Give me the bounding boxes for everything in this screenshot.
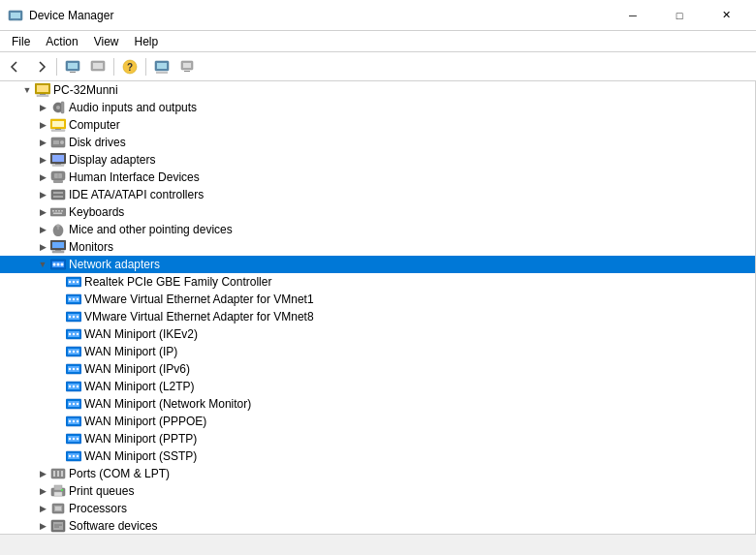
hid-label: Human Interface Devices <box>69 170 200 184</box>
tree-mice[interactable]: ▶ Mice and other pointing devices <box>0 221 755 238</box>
tree-wan-sstp[interactable]: ▶ WAN Miniport (SSTP) <box>0 447 755 465</box>
toolbar-computer[interactable] <box>61 56 84 77</box>
hid-expand[interactable]: ▶ <box>35 170 50 185</box>
status-bar <box>0 534 756 555</box>
tree-wan-ip[interactable]: ▶ WAN Miniport (IP) <box>0 343 755 360</box>
toolbar-help[interactable]: ? <box>118 56 142 77</box>
toolbar-back[interactable] <box>4 56 27 77</box>
svg-rect-43 <box>55 210 57 212</box>
tree-wan-pptp[interactable]: ▶ WAN Miniport (PPTP) <box>0 430 755 447</box>
tree-processors[interactable]: ▶ Processors <box>0 500 755 517</box>
svg-rect-41 <box>50 208 66 216</box>
audio-icon <box>50 100 66 115</box>
svg-rect-45 <box>61 210 63 212</box>
menu-file[interactable]: File <box>4 33 38 50</box>
proc-label: Processors <box>69 502 127 515</box>
menu-help[interactable]: Help <box>127 33 167 50</box>
svg-point-73 <box>77 316 79 318</box>
svg-rect-115 <box>53 471 55 477</box>
tree-keyboard[interactable]: ▶ Keyboards <box>0 203 755 221</box>
window-title: Device Manager <box>29 9 113 22</box>
device-tree[interactable]: ▼ PC-32Munni ▶ <box>0 81 756 534</box>
app-icon <box>8 8 23 23</box>
toolbar-scan[interactable] <box>175 56 199 77</box>
svg-point-108 <box>77 438 79 440</box>
svg-point-67 <box>73 298 75 300</box>
svg-rect-53 <box>52 251 64 253</box>
ports-expand[interactable]: ▶ <box>35 466 50 481</box>
keyboard-expand[interactable]: ▶ <box>35 204 50 220</box>
wan-ipv6-label: WAN Miniport (IPv6) <box>84 362 190 376</box>
svg-rect-1 <box>11 13 20 18</box>
svg-point-81 <box>69 351 71 353</box>
print-icon <box>50 483 66 499</box>
svg-rect-17 <box>37 85 48 92</box>
tree-vmnet1[interactable]: ▶ VMware Virtual Ethernet Adapter for VM… <box>0 291 755 308</box>
vmnet8-icon <box>66 309 81 324</box>
ide-expand[interactable]: ▶ <box>35 187 50 202</box>
software-expand[interactable]: ▶ <box>35 518 50 534</box>
tree-root[interactable]: ▼ PC-32Munni <box>0 81 755 99</box>
tree-realtek[interactable]: ▶ Realtek PCIe GBE Family Controller <box>0 273 755 291</box>
tree-software[interactable]: ▶ Software devices <box>0 517 755 534</box>
tree-audio[interactable]: ▶ Audio inputs and outputs <box>0 99 755 116</box>
root-expand[interactable]: ▼ <box>19 82 35 98</box>
toolbar-forward[interactable] <box>29 56 52 77</box>
tree-wan-netmon[interactable]: ▶ WAN Miniport (Network Monitor) <box>0 395 755 413</box>
tree-wan-pppoe[interactable]: ▶ WAN Miniport (PPPOE) <box>0 413 755 430</box>
monitors-label: Monitors <box>69 240 113 254</box>
svg-point-98 <box>77 403 79 405</box>
disk-expand[interactable]: ▶ <box>35 135 50 150</box>
computer-expand[interactable]: ▶ <box>35 117 50 133</box>
svg-point-21 <box>56 106 60 109</box>
monitors-expand[interactable]: ▶ <box>35 239 50 255</box>
keyboard-label: Keyboards <box>69 205 124 219</box>
tree-disk[interactable]: ▶ Disk drives <box>0 134 755 151</box>
mice-icon <box>50 222 66 237</box>
display-expand[interactable]: ▶ <box>35 152 50 168</box>
wan-ikev2-icon <box>66 326 81 342</box>
svg-rect-117 <box>61 471 63 477</box>
main-content: ▼ PC-32Munni ▶ <box>0 81 756 534</box>
disk-label: Disk drives <box>69 136 126 149</box>
print-expand[interactable]: ▶ <box>35 483 50 499</box>
tree-wan-ipv6[interactable]: ▶ WAN Miniport (IPv6) <box>0 360 755 378</box>
tree-network[interactable]: ▼ Network adapters <box>0 256 755 273</box>
proc-icon <box>50 501 66 516</box>
svg-rect-120 <box>54 492 62 496</box>
wan-pptp-icon <box>66 431 81 447</box>
toolbar-sep2 <box>113 58 114 76</box>
network-expand[interactable]: ▼ <box>35 257 50 272</box>
tree-display[interactable]: ▶ Display adapters <box>0 151 755 169</box>
toolbar-properties[interactable] <box>150 56 173 77</box>
svg-point-91 <box>69 385 71 387</box>
svg-rect-38 <box>51 190 65 200</box>
tree-ide[interactable]: ▶ IDE ATA/ATAPI controllers <box>0 186 755 203</box>
tree-hid[interactable]: ▶ Human Interface Devices <box>0 169 755 186</box>
tree-wan-l2tp[interactable]: ▶ WAN Miniport (L2TP) <box>0 378 755 395</box>
tree-monitors[interactable]: ▶ Monitors <box>0 238 755 256</box>
maximize-button[interactable]: □ <box>657 6 702 25</box>
svg-point-86 <box>69 368 71 370</box>
wan-netmon-label: WAN Miniport (Network Monitor) <box>84 397 251 411</box>
tree-computer[interactable]: ▶ Computer <box>0 116 755 134</box>
minimize-button[interactable]: ─ <box>611 6 655 25</box>
wan-ipv6-icon <box>66 361 81 377</box>
vmnet1-label: VMware Virtual Ethernet Adapter for VMne… <box>84 293 314 306</box>
toolbar-view[interactable] <box>86 56 110 77</box>
tree-print[interactable]: ▶ Print queues <box>0 482 755 500</box>
close-button[interactable]: ✕ <box>704 6 748 25</box>
tree-wan-ikev2[interactable]: ▶ WAN Miniport (IKEv2) <box>0 325 755 343</box>
svg-rect-5 <box>70 72 76 73</box>
svg-rect-51 <box>52 242 64 248</box>
svg-point-121 <box>61 489 63 491</box>
menu-bar: File Action View Help <box>0 31 756 52</box>
menu-view[interactable]: View <box>86 33 127 50</box>
audio-expand[interactable]: ▶ <box>35 100 50 115</box>
tree-vmnet8[interactable]: ▶ VMware Virtual Ethernet Adapter for VM… <box>0 308 755 325</box>
mice-expand[interactable]: ▶ <box>35 222 50 237</box>
tree-ports[interactable]: ▶ Ports (COM & LPT) <box>0 465 755 482</box>
svg-point-68 <box>77 298 79 300</box>
menu-action[interactable]: Action <box>38 33 85 50</box>
proc-expand[interactable]: ▶ <box>35 501 50 516</box>
